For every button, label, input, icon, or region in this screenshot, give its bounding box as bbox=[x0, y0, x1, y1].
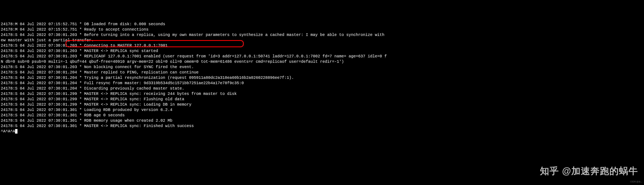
terminal-output[interactable]: 24178:M 04 Jul 2022 07:15:52.751 * DB lo… bbox=[0, 22, 644, 134]
log-line: N db=0 sub=0 psub=0 multi=-1 qbuf=44 qbu… bbox=[1, 59, 643, 64]
log-line: 24178:S 04 Jul 2022 07:30:01.299 * MASTE… bbox=[1, 102, 643, 107]
log-line: 24178:M 04 Jul 2022 07:15:52.751 * DB lo… bbox=[1, 22, 643, 27]
log-line: 24178:S 04 Jul 2022 07:30:01.301 * MASTE… bbox=[1, 123, 643, 129]
log-line: 24178:S 04 Jul 2022 07:30:01.203 * Conne… bbox=[1, 43, 643, 48]
log-line: 24178:S 04 Jul 2022 07:30:01.204 * Disca… bbox=[1, 86, 643, 91]
log-line: 24178:S 04 Jul 2022 07:30:01.203 * Befor… bbox=[1, 32, 643, 38]
log-line: 24178:S 04 Jul 2022 07:30:01.301 * RDB m… bbox=[1, 118, 643, 123]
log-line: 24178:M 04 Jul 2022 07:15:52.751 * Ready… bbox=[1, 27, 643, 32]
log-line: 24178:S 04 Jul 2022 07:30:01.301 * RDB a… bbox=[1, 112, 643, 118]
log-line: 24178:S 04 Jul 2022 07:30:01.204 * Full … bbox=[1, 80, 643, 86]
log-line: 24178:S 04 Jul 2022 07:30:01.299 * MASTE… bbox=[1, 91, 643, 96]
terminal-prompt-line[interactable]: ^A^A^A bbox=[1, 129, 643, 134]
terminal-cursor bbox=[15, 129, 18, 134]
log-line: ew master with just a partial transfer. bbox=[1, 38, 643, 43]
log-line: 24178:S 04 Jul 2022 07:30:01.299 * MASTE… bbox=[1, 96, 643, 102]
prompt-prefix: ^A^A^A bbox=[1, 129, 15, 134]
log-line: 24178:S 04 Jul 2022 07:30:01.204 * Tryin… bbox=[1, 75, 643, 80]
log-line: 24178:S 04 Jul 2022 07:30:01.301 * Loadi… bbox=[1, 107, 643, 112]
watermark-text: 知乎 @加速奔跑的蜗牛 bbox=[540, 165, 638, 177]
watermark-sub-text: CSDN @加... bbox=[630, 180, 642, 183]
log-line: 24178:S 04 Jul 2022 07:30:01.203 * REPLI… bbox=[1, 54, 643, 59]
log-line: 24178:S 04 Jul 2022 07:30:01.204 * Maste… bbox=[1, 70, 643, 75]
log-line: 24178:S 04 Jul 2022 07:30:01.203 * Non b… bbox=[1, 64, 643, 70]
log-line: 24178:S 04 Jul 2022 07:30:01.203 * MASTE… bbox=[1, 48, 643, 54]
